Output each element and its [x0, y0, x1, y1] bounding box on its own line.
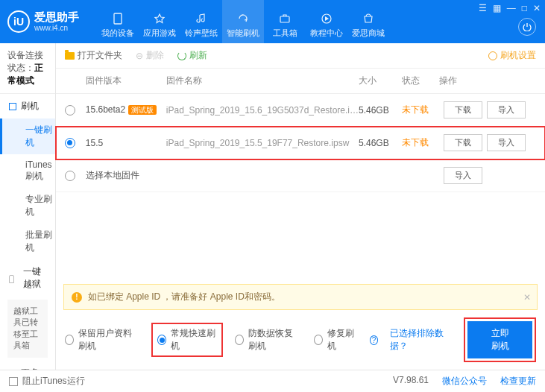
- group-jailbreak[interactable]: 一键越狱: [0, 259, 55, 297]
- nav-apps[interactable]: 应用游戏: [139, 0, 180, 43]
- refresh-button[interactable]: 刷新: [177, 49, 207, 62]
- chevron-icon: ▸: [9, 367, 13, 370]
- lock-icon: [9, 275, 14, 283]
- col-version: 固件版本: [86, 75, 166, 87]
- minimize-icon[interactable]: —: [507, 3, 516, 13]
- svg-rect-1: [280, 16, 289, 22]
- sidebar-item-pro[interactable]: 专业刷机: [0, 188, 55, 224]
- sidebar-item-itunes[interactable]: iTunes刷机: [0, 154, 55, 188]
- firmware-name: iPad_Spring_2019_15.6_19G5037d_Restore.i…: [166, 105, 359, 116]
- toolbar: 打开文件夹 ⊖删除 刷新 刷机设置: [56, 43, 545, 69]
- grid-icon[interactable]: ▦: [493, 3, 501, 13]
- svg-rect-0: [114, 13, 122, 24]
- group-flash[interactable]: 刷机: [0, 94, 55, 118]
- flash-settings-button[interactable]: 刷机设置: [488, 49, 536, 62]
- opt-keep-radio[interactable]: [65, 335, 74, 345]
- menu-icon[interactable]: ☰: [479, 3, 487, 13]
- check-update-link[interactable]: 检查更新: [500, 375, 536, 388]
- status-badge: 未下载: [402, 136, 439, 149]
- sidebar-item-batch[interactable]: 批量刷机: [0, 224, 55, 259]
- jailbreak-note: 越狱工具已转移至工具箱: [7, 300, 48, 358]
- refresh-icon: [177, 51, 186, 60]
- open-folder-button[interactable]: 打开文件夹: [65, 49, 122, 62]
- nav-tutorials[interactable]: 教程中心: [306, 0, 347, 43]
- download-button[interactable]: 下载: [444, 101, 482, 118]
- delete-button[interactable]: ⊖删除: [136, 49, 164, 62]
- status-badge: 未下载: [402, 104, 439, 116]
- import-button[interactable]: 导入: [487, 134, 526, 151]
- window-controls: ☰ ▦ — □ ✕: [479, 3, 541, 13]
- opt-repair-radio[interactable]: [314, 335, 323, 345]
- statusbar: 阻止iTunes运行 V7.98.61 微信公众号 检查更新: [0, 370, 545, 392]
- firmware-row[interactable]: 15.6beta2测试版 iPad_Spring_2019_15.6_19G50…: [56, 94, 545, 127]
- titlebar: iU 爱思助手 www.i4.cn 我的设备 应用游戏 铃声壁纸 智能刷机 工具…: [0, 0, 545, 43]
- import-button[interactable]: 导入: [444, 167, 482, 184]
- table-header: 固件版本 固件名称 大小 状态 操作: [56, 69, 545, 94]
- beta-badge: 测试版: [128, 105, 157, 115]
- sidebar: 设备连接状态：正常模式 刷机 一键刷机 iTunes刷机 专业刷机 批量刷机 一…: [0, 43, 56, 370]
- folder-icon: [65, 52, 75, 60]
- help-icon[interactable]: ?: [370, 335, 379, 345]
- connection-status: 设备连接状态：正常模式: [0, 43, 55, 94]
- row-radio[interactable]: [65, 171, 75, 181]
- logo-icon: iU: [7, 10, 30, 33]
- import-button[interactable]: 导入: [487, 101, 526, 118]
- power-icon[interactable]: [518, 18, 536, 36]
- maximize-icon[interactable]: □: [522, 3, 527, 13]
- close-icon[interactable]: ✕: [533, 3, 541, 13]
- download-button[interactable]: 下载: [444, 134, 482, 151]
- row-radio[interactable]: [65, 138, 75, 148]
- opt-dfu-radio[interactable]: [235, 335, 244, 345]
- nav-my-device[interactable]: 我的设备: [97, 0, 139, 43]
- app-title: 爱思助手: [34, 10, 79, 24]
- opt-normal-radio[interactable]: [157, 335, 166, 345]
- nav-store[interactable]: 爱思商城: [347, 0, 389, 43]
- group-more[interactable]: ▸更多: [0, 361, 55, 370]
- flash-options: 保留用户资料刷机 常规快速刷机 防数据恢复刷机 修复刷机 ? 已选择排除数据？ …: [56, 310, 545, 370]
- app-url: www.i4.cn: [34, 24, 79, 33]
- col-status: 状态: [402, 75, 439, 87]
- warning-icon: !: [72, 292, 82, 303]
- square-icon: [9, 103, 16, 110]
- version-label: V7.98.61: [393, 375, 429, 388]
- app-logo: iU 爱思助手 www.i4.cn: [7, 10, 79, 33]
- firmware-row[interactable]: 15.5 iPad_Spring_2019_15.5_19F77_Restore…: [56, 127, 545, 159]
- exclude-link[interactable]: 已选择排除数据？: [390, 327, 452, 353]
- nav-toolbox[interactable]: 工具箱: [264, 0, 306, 43]
- sidebar-item-oneclick[interactable]: 一键刷机: [0, 118, 55, 154]
- gear-icon: [488, 51, 497, 60]
- close-warning-icon[interactable]: ✕: [523, 292, 531, 303]
- flash-now-button[interactable]: 立即刷机: [467, 321, 532, 358]
- block-itunes-checkbox[interactable]: [9, 377, 18, 386]
- delete-icon: ⊖: [136, 51, 143, 61]
- warning-banner: ! 如已绑定 Apple ID ，请准备好 Apple ID和密码。 ✕: [63, 284, 538, 310]
- local-firmware-row[interactable]: 选择本地固件 导入: [56, 159, 545, 192]
- firmware-name: iPad_Spring_2019_15.5_19F77_Restore.ipsw: [166, 138, 359, 148]
- row-radio[interactable]: [65, 105, 75, 116]
- col-name: 固件名称: [166, 75, 359, 87]
- main-panel: 打开文件夹 ⊖删除 刷新 刷机设置 固件版本 固件名称 大小 状态 操作 15.…: [56, 43, 545, 370]
- wechat-link[interactable]: 微信公众号: [442, 375, 487, 388]
- top-nav: 我的设备 应用游戏 铃声壁纸 智能刷机 工具箱 教程中心 爱思商城: [97, 0, 389, 43]
- col-ops: 操作: [439, 75, 536, 87]
- nav-ringtones[interactable]: 铃声壁纸: [180, 0, 222, 43]
- nav-flash[interactable]: 智能刷机: [222, 0, 264, 43]
- col-size: 大小: [359, 75, 402, 87]
